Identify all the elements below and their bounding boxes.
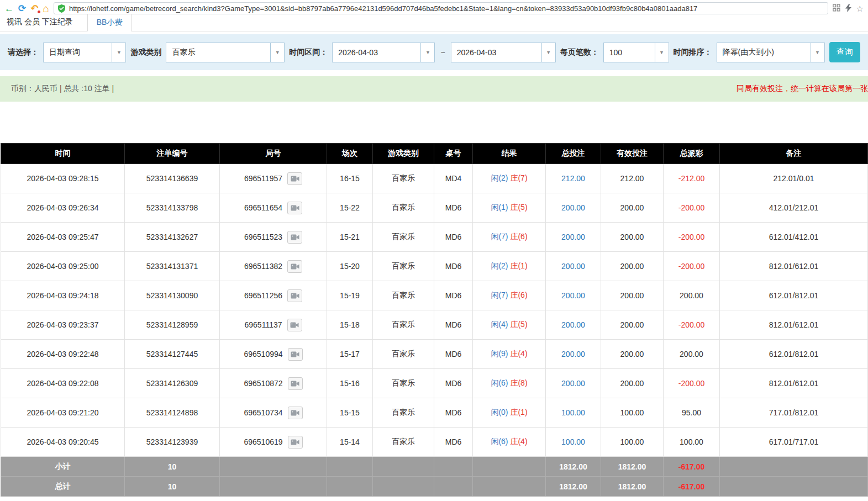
- result-banker: 庄(4): [510, 437, 527, 446]
- search-button[interactable]: 查询: [829, 42, 860, 62]
- chevron-down-icon[interactable]: ▼: [655, 43, 669, 62]
- chevron-down-icon[interactable]: ▼: [541, 43, 555, 62]
- undo-icon[interactable]: ↶: [30, 4, 38, 13]
- cell-total-bet[interactable]: 200.00: [546, 369, 601, 398]
- header-result: 结果: [473, 144, 546, 164]
- round-number: 696510994: [244, 350, 282, 358]
- cell-payout: -200.00: [664, 223, 720, 252]
- cell-total-bet[interactable]: 200.00: [546, 252, 601, 281]
- cell-total-bet[interactable]: 200.00: [546, 193, 601, 223]
- round-number: 696510734: [244, 408, 282, 417]
- page-size-select[interactable]: 100 ▼: [603, 43, 669, 62]
- video-icon[interactable]: [287, 202, 302, 214]
- total-row: 总计 10 1812.00 1812.00 -617.00: [1, 477, 868, 497]
- cell-total-bet[interactable]: 100.00: [546, 398, 601, 428]
- cell-game: 百家乐: [373, 164, 434, 193]
- cell-game: 百家乐: [373, 252, 434, 281]
- total-label: 总计: [1, 477, 125, 497]
- chevron-down-icon[interactable]: ▼: [112, 43, 125, 62]
- date-from-input[interactable]: 2026-04-03 ▼: [332, 43, 435, 62]
- address-bar[interactable]: https://iohetf.com/game/betrecord_search…: [54, 2, 828, 14]
- cell-round: 696511137: [220, 310, 327, 340]
- cell-round: 696510872: [220, 369, 327, 398]
- chevron-down-icon[interactable]: ▼: [270, 43, 284, 62]
- bookmark-star-icon[interactable]: ☆: [856, 4, 864, 13]
- sort-select[interactable]: 降幂(由大到小) ▼: [717, 43, 825, 62]
- header-payout: 总派彩: [664, 144, 720, 164]
- cell-table-no: MD6: [434, 310, 473, 340]
- refresh-icon[interactable]: ⟳: [18, 4, 26, 13]
- date-to-input[interactable]: 2026-04-03 ▼: [451, 43, 556, 62]
- cell-valid-bet: 200.00: [601, 223, 664, 252]
- header-bet-id: 注单编号: [125, 144, 220, 164]
- cell-round: 696511957: [220, 164, 327, 193]
- cell-round: 696511654: [220, 193, 327, 223]
- subtotal-payout: -617.00: [664, 457, 720, 477]
- table-row: 2026-04-03 09:24:18523314130090696511256…: [1, 281, 868, 310]
- video-icon[interactable]: [287, 260, 302, 273]
- video-icon[interactable]: [287, 231, 302, 244]
- query-type-select[interactable]: 日期查询 ▼: [43, 43, 126, 62]
- cell-remark: 617.01/717.01: [720, 428, 868, 457]
- header-valid-bet: 有效投注: [601, 144, 664, 164]
- back-icon[interactable]: ←: [4, 4, 14, 13]
- cell-remark: 812.01/612.01: [720, 252, 868, 281]
- video-icon[interactable]: [288, 436, 303, 449]
- cell-table-no: MD6: [434, 340, 473, 369]
- header-table-no: 桌号: [434, 144, 473, 164]
- cell-total-bet[interactable]: 200.00: [546, 340, 601, 369]
- cell-payout: -200.00: [664, 252, 720, 281]
- result-banker: 庄(6): [510, 232, 527, 241]
- home-icon[interactable]: ⌂: [43, 3, 49, 14]
- cell-time: 2026-04-03 09:21:20: [1, 398, 125, 428]
- cell-result: 闲(7) 庄(6): [473, 223, 546, 252]
- round-number: 696510872: [244, 379, 282, 388]
- cell-game: 百家乐: [373, 223, 434, 252]
- cell-payout: 100.00: [664, 428, 720, 457]
- cell-total-bet[interactable]: 200.00: [546, 223, 601, 252]
- cell-total-bet[interactable]: 212.00: [546, 164, 601, 193]
- cell-session: 15-20: [327, 252, 373, 281]
- cell-table-no: MD6: [434, 398, 473, 428]
- apps-grid-icon[interactable]: [833, 4, 840, 13]
- result-banker: 庄(1): [510, 408, 527, 416]
- cell-total-bet[interactable]: 200.00: [546, 310, 601, 340]
- select-label: 请选择：: [8, 48, 39, 57]
- table-row: 2026-04-03 09:22:48523314127445696510994…: [1, 340, 868, 369]
- chevron-down-icon[interactable]: ▼: [420, 43, 434, 62]
- cell-session: 15-15: [327, 398, 373, 428]
- cell-bet-id: 523314136639: [125, 164, 220, 193]
- cell-payout: -200.00: [664, 310, 720, 340]
- video-icon[interactable]: [288, 407, 303, 419]
- video-icon[interactable]: [287, 319, 302, 331]
- url-text[interactable]: https://iohetf.com/game/betrecord_search…: [69, 4, 697, 13]
- table-row: 2026-04-03 09:25:47523314132627696511523…: [1, 223, 868, 252]
- cell-total-bet[interactable]: 200.00: [546, 281, 601, 310]
- chevron-down-icon[interactable]: ▼: [811, 43, 824, 62]
- video-icon[interactable]: [287, 172, 302, 185]
- tab-bb[interactable]: BB小费: [87, 14, 132, 31]
- cell-time: 2026-04-03 09:24:18: [1, 281, 125, 310]
- video-icon[interactable]: [288, 348, 303, 361]
- cell-time: 2026-04-03 09:28:15: [1, 164, 125, 193]
- cell-game: 百家乐: [373, 398, 434, 428]
- cell-payout: -200.00: [664, 193, 720, 223]
- game-category-select[interactable]: 百家乐 ▼: [166, 43, 285, 62]
- cell-bet-id: 523314130090: [125, 281, 220, 310]
- round-number: 696511957: [244, 174, 282, 183]
- cell-session: 15-14: [327, 428, 373, 457]
- round-number: 696511137: [245, 320, 282, 329]
- cell-payout: -200.00: [664, 369, 720, 398]
- cell-time: 2026-04-03 09:25:47: [1, 223, 125, 252]
- result-banker: 庄(5): [510, 320, 527, 329]
- result-player: 闲(7): [491, 291, 508, 299]
- video-icon[interactable]: [287, 289, 302, 302]
- cell-remark: 612.01/412.01: [720, 223, 868, 252]
- video-icon[interactable]: [288, 377, 303, 390]
- result-banker: 庄(1): [510, 261, 527, 270]
- subtotal-count: 10: [125, 457, 220, 477]
- cell-result: 闲(6) 庄(8): [473, 369, 546, 398]
- cell-time: 2026-04-03 09:25:00: [1, 252, 125, 281]
- lightning-icon[interactable]: [845, 4, 851, 13]
- cell-total-bet[interactable]: 100.00: [546, 428, 601, 457]
